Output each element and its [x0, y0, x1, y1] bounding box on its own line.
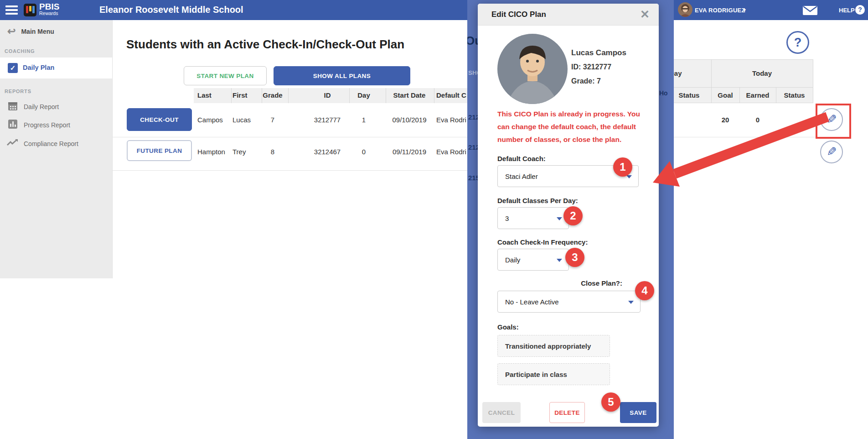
- chevron-down-icon: [626, 175, 632, 178]
- column-divider: [739, 88, 740, 103]
- chevron-down-icon: [557, 217, 562, 220]
- sidebar-item-compliance-report[interactable]: Compliance Report: [6, 138, 78, 150]
- cell-day: 1: [346, 116, 382, 124]
- pbis-logo-icon[interactable]: [24, 4, 36, 16]
- back-arrow-icon: ↩: [7, 26, 16, 37]
- right-col-today: Today: [711, 69, 813, 77]
- calendar-icon: [7, 100, 18, 113]
- chevron-down-icon: [557, 259, 562, 262]
- classes-per-day-dropdown[interactable]: 3: [497, 207, 569, 229]
- col-header-first: First: [232, 91, 248, 99]
- coaching-section-label: COACHING: [5, 48, 35, 54]
- step-badge-3: 3: [565, 248, 584, 267]
- column-divider: [349, 88, 350, 103]
- step-badge-4: 4: [635, 281, 654, 300]
- close-plan-label: Close Plan?:: [581, 279, 622, 287]
- col-header-grade: Grade: [259, 91, 286, 99]
- checkbox-icon: ✓: [8, 63, 18, 73]
- school-title: Eleanor Roosevelt Middle School: [99, 5, 243, 15]
- save-button[interactable]: SAVE: [620, 402, 656, 423]
- cell-start-date: 09/10/2019: [386, 116, 433, 124]
- main-menu-label: Main Menu: [21, 28, 54, 35]
- check-in-frequency-dropdown[interactable]: Daily: [497, 249, 569, 271]
- sidebar-item-daily-report[interactable]: Daily Report: [7, 100, 59, 113]
- col-header-day: Day: [346, 91, 382, 99]
- student-grade: Grade: 7: [571, 74, 626, 88]
- right-cell-goal: 20: [711, 116, 739, 124]
- pbis-logo-text: PBIS Rewards: [39, 3, 59, 16]
- check-out-button[interactable]: CHECK-OUT: [127, 108, 192, 131]
- column-divider: [776, 88, 776, 103]
- bar-chart-icon: [7, 119, 18, 131]
- compliance-report-label: Compliance Report: [24, 140, 78, 147]
- column-divider: [813, 59, 813, 103]
- cell-coach: Eva Rodri: [436, 148, 466, 156]
- student-id: ID: 3212777: [571, 60, 626, 74]
- close-plan-value: No - Leave Active: [505, 298, 559, 306]
- cell-day: 0: [346, 148, 382, 156]
- modal-title-bar: Edit CICO Plan ✕: [478, 4, 659, 26]
- messages-envelope-icon[interactable]: [802, 5, 818, 17]
- cancel-button[interactable]: CANCEL: [482, 402, 521, 423]
- column-divider: [386, 88, 386, 103]
- annotation-highlight-box: [816, 104, 851, 139]
- sidebar-item-progress-report[interactable]: Progress Report: [7, 119, 70, 131]
- hamburger-menu-icon[interactable]: [5, 5, 18, 16]
- brand-name: PBIS: [39, 3, 59, 11]
- goal-item: Transitioned appropriately: [497, 335, 610, 357]
- future-plan-button[interactable]: FUTURE PLAN: [127, 140, 192, 161]
- sidebar-item-daily-plan[interactable]: ✓ Daily Plan: [0, 57, 112, 78]
- step-badge-1: 1: [613, 157, 632, 177]
- in-progress-warning: This CICO Plan is already in progress. Y…: [497, 108, 644, 146]
- col-header-start-date: Start Date: [386, 91, 433, 99]
- row-divider: [112, 170, 467, 171]
- right-cell-earned: 0: [739, 116, 776, 124]
- close-plan-dropdown[interactable]: No - Leave Active: [497, 291, 641, 313]
- column-divider: [231, 88, 232, 103]
- cell-coach: Eva Rodri: [436, 116, 466, 124]
- goals-label: Goals:: [497, 323, 519, 331]
- row-divider: [112, 137, 467, 137]
- cell-first: Lucas: [232, 116, 251, 124]
- trending-up-icon: [6, 138, 19, 150]
- default-coach-value: Staci Adler: [505, 172, 538, 180]
- user-menu-caret-icon[interactable]: ▾: [743, 7, 746, 13]
- cell-first: Trey: [232, 148, 246, 156]
- modal-title: Edit CICO Plan: [491, 10, 546, 19]
- default-coach-label: Default Coach:: [497, 155, 546, 162]
- student-info: Lucas Campos ID: 3212777 Grade: 7: [571, 46, 626, 88]
- page-help-question-icon[interactable]: ?: [786, 31, 809, 54]
- progress-report-label: Progress Report: [24, 121, 70, 129]
- column-divider: [711, 59, 712, 103]
- user-name[interactable]: EVA RODRIGUEZ: [695, 7, 745, 14]
- goal-item: Participate in class: [497, 363, 610, 385]
- help-question-icon[interactable]: ?: [855, 5, 865, 15]
- edit-plan-button-row2[interactable]: ✎: [820, 141, 843, 163]
- right-col-status-b: Status: [776, 91, 813, 99]
- daily-report-label: Daily Report: [24, 103, 59, 110]
- show-all-plans-button[interactable]: SHOW ALL PLANS: [274, 66, 410, 85]
- start-new-plan-button[interactable]: START NEW PLAN: [184, 66, 267, 85]
- cell-grade: 7: [259, 116, 286, 124]
- student-photo: [497, 34, 568, 104]
- app-window: PBIS Rewards Eleanor Roosevelt Middle Sc…: [0, 0, 868, 439]
- close-icon[interactable]: ✕: [640, 8, 650, 21]
- user-avatar[interactable]: [678, 2, 692, 17]
- check-in-frequency-value: Daily: [505, 256, 520, 264]
- step-badge-2: 2: [563, 206, 583, 225]
- dimmed-text-fragment: Ho: [659, 89, 668, 97]
- brand-subname: Rewards: [39, 11, 59, 16]
- sidebar-item-main-menu[interactable]: ↩ Main Menu: [7, 26, 54, 37]
- reports-section-label: REPORTS: [5, 89, 31, 94]
- pencil-icon: ✎: [827, 145, 837, 159]
- help-label[interactable]: HELP: [839, 7, 855, 14]
- sidebar: ↩ Main Menu COACHING ✓ Daily Plan REPORT…: [0, 20, 113, 278]
- column-divider: [288, 88, 289, 103]
- step-badge-5: 5: [601, 392, 620, 412]
- page-title: Students with an Active Check-In/Check-O…: [126, 37, 404, 52]
- chevron-down-icon: [628, 301, 634, 304]
- col-header-last: Last: [197, 91, 212, 99]
- delete-button[interactable]: DELETE: [549, 402, 585, 423]
- cell-last: Campos: [197, 116, 223, 124]
- right-col-earned: Earned: [739, 91, 776, 99]
